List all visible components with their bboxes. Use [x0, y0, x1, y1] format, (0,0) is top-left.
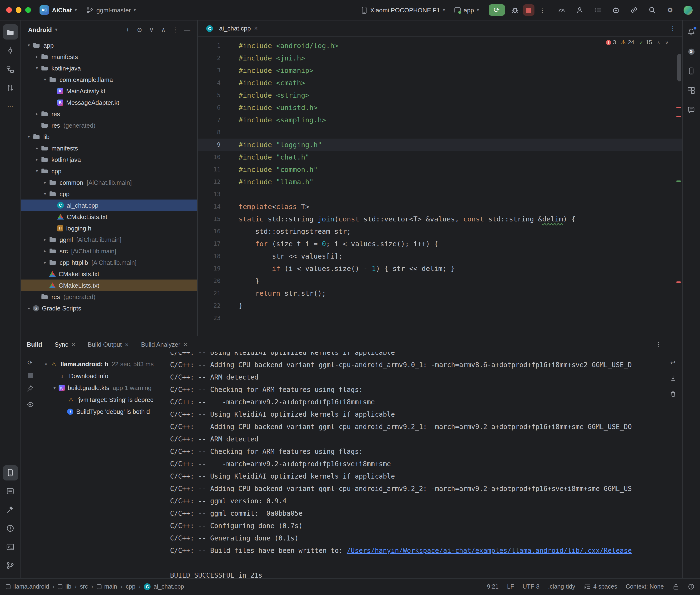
code-line-6[interactable]: 6#include <unistd.h> — [198, 102, 682, 114]
chevron-down-icon[interactable]: ▾ — [33, 66, 41, 70]
encoding-indicator[interactable]: UTF-8 — [523, 583, 539, 590]
code-line-23[interactable]: 23 — [198, 312, 682, 324]
chevron-right-icon[interactable]: ▸ — [41, 237, 49, 242]
device-selector[interactable]: Xiaomi POCOPHONE F1 ▾ — [361, 6, 445, 13]
project-widget[interactable]: AC AiChat ▾ — [39, 5, 77, 15]
code-line-12[interactable]: 12#include "llama.h" — [198, 176, 682, 188]
code-line-14[interactable]: 14template<class T> — [198, 200, 682, 213]
line-number[interactable]: 22 — [198, 300, 221, 312]
running-devices-tool-button[interactable] — [3, 465, 18, 480]
line-number[interactable]: 1 — [198, 39, 221, 52]
structure-tool-button[interactable] — [3, 61, 18, 77]
project-tree-item-cmakelists-txt[interactable]: ▸CMakeLists.txt — [21, 211, 197, 222]
project-tree-item-ai-chat-cpp[interactable]: ▸Cai_chat.cpp — [21, 200, 197, 211]
project-tree-item-cmakelists-txt[interactable]: ▸CMakeLists.txt — [21, 268, 197, 280]
tab-ai-chat-cpp[interactable]: C ai_chat.cpp × — [201, 21, 262, 36]
terminal-tool-button[interactable] — [3, 539, 18, 555]
project-tree-item-lib[interactable]: ▾lib — [21, 131, 197, 142]
errors-indicator[interactable]: 3 — [606, 39, 616, 46]
line-number[interactable]: 23 — [198, 312, 221, 324]
code-line-2[interactable]: 2#include <jni.h> — [198, 52, 682, 64]
project-tree-item-kotlin-java[interactable]: ▸kotlin+java — [21, 154, 197, 165]
search-everywhere-icon[interactable] — [646, 4, 658, 16]
project-tree-item-com-example-llama[interactable]: ▾com.example.llama — [21, 74, 197, 85]
code-style-indicator[interactable]: .clang-tidy — [548, 583, 575, 590]
line-number[interactable]: 20 — [198, 275, 221, 287]
chevron-right-icon[interactable]: ▸ — [33, 54, 41, 59]
error-stripe-mark[interactable] — [676, 116, 680, 117]
tab-sync[interactable]: Sync× — [55, 341, 75, 348]
code-with-me-icon[interactable] — [573, 4, 586, 16]
add-button[interactable]: + — [122, 24, 133, 35]
project-tree-item-manifests[interactable]: ▸manifests — [21, 51, 197, 62]
chevron-right-icon[interactable]: ▸ — [33, 146, 41, 150]
pull-requests-tool-button[interactable] — [3, 80, 18, 95]
code-line-19[interactable]: 19 if (i < values.size() - 1) { str << d… — [198, 262, 682, 275]
warnings-indicator[interactable]: ⚠24 — [621, 39, 634, 46]
chevron-down-icon[interactable]: ▾ — [33, 169, 41, 173]
line-number[interactable]: 11 — [198, 163, 221, 176]
line-number[interactable]: 9 — [198, 139, 221, 151]
pin-icon[interactable] — [25, 383, 35, 394]
project-tree-item-res[interactable]: ▸res(generated) — [21, 291, 197, 302]
code-line-21[interactable]: 21 return str.str(); — [198, 287, 682, 300]
scroll-to-end-icon[interactable] — [668, 373, 678, 383]
line-number[interactable]: 2 — [198, 52, 221, 64]
line-col-indicator[interactable]: 9:21 — [487, 583, 499, 590]
project-tree-item-app[interactable]: ▾app — [21, 39, 197, 51]
code-line-13[interactable]: 13 — [198, 188, 682, 200]
minimize-window-button[interactable] — [16, 7, 22, 13]
line-number[interactable]: 15 — [198, 213, 221, 225]
chevron-right-icon[interactable]: ▸ — [41, 260, 49, 265]
clear-console-icon[interactable] — [668, 389, 678, 399]
hide-project-panel-icon[interactable]: — — [182, 24, 192, 35]
code-line-17[interactable]: 17 for (size_t i = 0; i < values.size();… — [198, 237, 682, 250]
project-tree-item-cpp[interactable]: ▾cpp — [21, 188, 197, 200]
breadcrumb-main[interactable]: main — [97, 583, 117, 590]
run-sync-button[interactable]: ⟳ — [488, 4, 505, 16]
profiler-icon[interactable] — [555, 4, 567, 16]
notifications-button[interactable] — [683, 24, 699, 39]
error-stripe-mark[interactable] — [676, 281, 680, 283]
code-line-3[interactable]: 3#include <iomanip> — [198, 64, 682, 77]
project-tree[interactable]: ▾app▸manifests▾kotlin+java▾com.example.l… — [21, 38, 197, 336]
build-tool-button[interactable] — [3, 502, 18, 517]
inspections-widget[interactable]: 3 ⚠24 ✓15 ∧ ∨ — [606, 39, 669, 46]
project-tree-item-kotlin-java[interactable]: ▾kotlin+java — [21, 62, 197, 74]
code-line-11[interactable]: 11#include "common.h" — [198, 163, 682, 176]
line-number[interactable]: 13 — [198, 188, 221, 200]
code-line-20[interactable]: 20 } — [198, 275, 682, 287]
chevron-right-icon[interactable]: ▸ — [33, 157, 41, 162]
project-tree-item-cmakelists-txt[interactable]: ▸CMakeLists.txt — [21, 280, 197, 291]
line-number[interactable]: 7 — [198, 114, 221, 126]
line-number[interactable]: 4 — [198, 77, 221, 89]
code-line-7[interactable]: 7#include <sampling.h> — [198, 114, 682, 126]
editor-tab-options-icon[interactable]: ⋮ — [668, 23, 678, 34]
code-line-4[interactable]: 4#include <cmath> — [198, 77, 682, 89]
project-tree-item-cpp-httplib[interactable]: ▸cpp-httplib[AiChat.lib.main] — [21, 257, 197, 268]
context-indicator[interactable]: Context: None — [626, 583, 664, 590]
logcat-tool-button[interactable] — [3, 484, 18, 499]
version-control-tool-button[interactable] — [3, 558, 18, 573]
chevron-down-icon[interactable]: ▾ — [25, 43, 33, 48]
project-tree-item-ggml[interactable]: ▸ggml[AiChat.lib.main] — [21, 234, 197, 245]
tab-build-output[interactable]: Build Output× — [88, 341, 129, 348]
code-line-9[interactable]: 9#include "logging.h" — [198, 139, 682, 151]
zoom-window-button[interactable] — [25, 7, 31, 13]
todo-list-icon[interactable] — [591, 4, 604, 16]
next-issue-icon[interactable]: ∨ — [665, 40, 669, 45]
indent-indicator[interactable]: 4 spaces — [584, 583, 617, 590]
line-number[interactable]: 18 — [198, 250, 221, 262]
close-tab-icon[interactable]: × — [125, 341, 129, 348]
error-stripe-mark[interactable] — [676, 107, 680, 108]
close-tab-icon[interactable]: × — [254, 25, 258, 32]
layout-inspector-tool-button[interactable] — [683, 83, 699, 98]
gradle-tool-button[interactable]: G — [683, 44, 699, 59]
project-tree-item-messageadapter-kt[interactable]: ▸KMessageAdapter.kt — [21, 97, 197, 108]
close-tab-icon[interactable]: × — [72, 341, 75, 348]
more-tool-windows-button[interactable]: ⋯ — [3, 98, 18, 114]
build-tool-window-title[interactable]: Build — [27, 341, 42, 348]
app-inspection-tool-button[interactable] — [683, 103, 699, 118]
chevron-right-icon[interactable]: ▸ — [25, 306, 33, 310]
project-tree-item-logging-h[interactable]: ▸Hlogging.h — [21, 222, 197, 234]
